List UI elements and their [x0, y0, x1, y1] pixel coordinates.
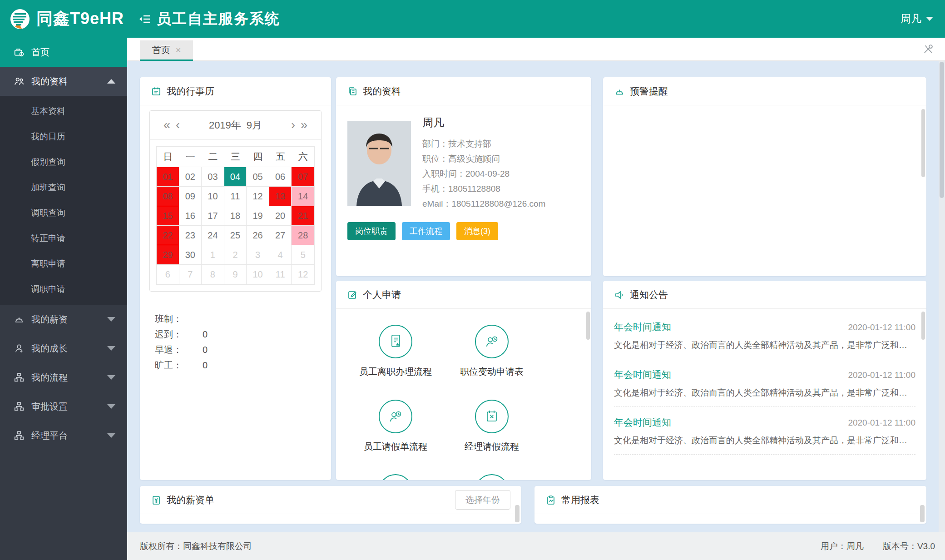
scrollbar-thumb[interactable] [921, 109, 925, 177]
sidebar-subitem[interactable]: 离职申请 [0, 251, 127, 277]
tab-home[interactable]: 首页 × [140, 40, 193, 61]
sidebar-item-approval-settings[interactable]: 审批设置 [0, 392, 127, 421]
calendar-day[interactable]: 21 [292, 206, 314, 226]
calendar-day[interactable]: 11 [224, 187, 247, 206]
calendar-day[interactable]: 25 [224, 226, 247, 245]
calendar-day[interactable]: 26 [247, 226, 269, 245]
calendar-day[interactable]: 14 [292, 187, 314, 206]
day-header: 五 [269, 147, 292, 167]
sidebar-item-label: 经理平台 [31, 430, 68, 442]
next-month-button[interactable]: › [288, 119, 298, 131]
notice-title-link[interactable]: 年会时间通知 [614, 321, 671, 333]
main-scrollbar[interactable] [939, 61, 945, 532]
notice-title-link[interactable]: 年会时间通知 [614, 368, 671, 381]
calendar-day[interactable]: 02 [179, 167, 202, 187]
calendar-day[interactable]: 16 [179, 206, 202, 226]
calendar-day[interactable]: 23 [179, 226, 202, 245]
calendar-day[interactable]: 10 [247, 265, 269, 284]
user-menu[interactable]: 周凡 [900, 12, 933, 26]
calendar-day[interactable]: 29 [157, 245, 179, 265]
calendar-day[interactable]: 1 [202, 245, 224, 265]
sidebar-subitem[interactable]: 假别查询 [0, 149, 127, 175]
calendar-day[interactable]: 07 [292, 167, 314, 187]
notice-title-link[interactable]: 年会时间通知 [614, 416, 671, 429]
calendar-year-month: 2019年9月 [183, 119, 288, 132]
field-value: 18051128808 [448, 184, 500, 193]
sidebar-item-manager-platform[interactable]: 经理平台 [0, 421, 127, 450]
close-icon[interactable]: × [176, 45, 181, 55]
prev-month-button[interactable]: ‹ [173, 119, 183, 131]
calendar-day[interactable]: 03 [202, 167, 224, 187]
sidebar-subitem[interactable]: 我的日历 [0, 124, 127, 149]
notice-list: 年会时间通知 2020-01-12 11:00 文化是相对于经济、政治而言的人类… [603, 309, 926, 455]
calendar-day[interactable]: 30 [179, 245, 202, 265]
calendar-day[interactable]: 27 [269, 226, 292, 245]
calendar-day[interactable]: 05 [247, 167, 269, 187]
calendar-day[interactable]: 15 [157, 206, 179, 226]
scrollbar-thumb[interactable] [920, 505, 925, 522]
notice-date: 2020-01-12 11:00 [848, 370, 915, 380]
calendar-day[interactable]: 22 [157, 226, 179, 245]
main-scrollbar-thumb[interactable] [940, 62, 944, 198]
calendar-day[interactable]: 09 [179, 187, 202, 206]
calendar-day[interactable]: 01 [157, 167, 179, 187]
apply-item-partial[interactable] [444, 474, 540, 480]
sidebar-subitem[interactable]: 调职申请 [0, 277, 127, 302]
apply-item-manager-leave[interactable]: 经理请假流程 [444, 400, 540, 453]
apply-item-resign-process[interactable]: 员工离职办理流程 [347, 325, 444, 378]
calendar-day[interactable]: 3 [247, 245, 269, 265]
apply-item-employee-leave[interactable]: 员工请假单流程 [347, 400, 444, 453]
stat-row: 班制： [155, 311, 322, 327]
calendar-day[interactable]: 2 [224, 245, 247, 265]
prev-year-button[interactable]: « [161, 119, 173, 131]
calendar-day[interactable]: 28 [292, 226, 314, 245]
profile-action-button[interactable]: 岗位职责 [347, 222, 396, 240]
next-year-button[interactable]: » [298, 119, 310, 131]
sidebar-item-my-profile[interactable]: 我的资料 [0, 67, 127, 96]
profile-action-button[interactable]: 工作流程 [402, 222, 450, 240]
documents-icon [347, 86, 358, 97]
sidebar-item-my-salary[interactable]: 我的薪资 [0, 305, 127, 334]
profile-field: 职位：高级实施顾问 [422, 151, 545, 166]
sidebar-subitem[interactable]: 调职查询 [0, 200, 127, 226]
calendar-day[interactable]: 13 [269, 187, 292, 206]
sidebar-subitem[interactable]: 基本资料 [0, 99, 127, 124]
calendar-day[interactable]: 11 [269, 265, 292, 284]
notice-item: 年会时间通知 2020-01-12 11:00 文化是相对于经济、政治而言的人类… [614, 407, 915, 455]
sidebar-subitem[interactable]: 加班查询 [0, 175, 127, 200]
alarm-icon [614, 86, 625, 97]
calendar-day[interactable]: 18 [224, 206, 247, 226]
apply-item-partial[interactable] [347, 474, 444, 480]
calendar-day[interactable]: 4 [269, 245, 292, 265]
calendar-day[interactable]: 17 [202, 206, 224, 226]
calendar-day[interactable]: 8 [202, 265, 224, 284]
calendar-day[interactable]: 7 [179, 265, 202, 284]
apply-item-position-change[interactable]: 职位变动申请表 [444, 325, 540, 378]
calendar-day[interactable]: 6 [157, 265, 179, 284]
calendar-day[interactable]: 19 [247, 206, 269, 226]
stat-value: 0 [203, 329, 208, 340]
calendar-day[interactable]: 08 [157, 187, 179, 206]
sidebar-item-home[interactable]: 首页 [0, 38, 127, 67]
select-year-button[interactable]: 选择年份 [455, 490, 510, 510]
profile-action-button[interactable]: 消息(3) [456, 222, 498, 240]
person-icon [14, 343, 25, 354]
calendar-day[interactable]: 12 [247, 187, 269, 206]
calendar-day[interactable]: 24 [202, 226, 224, 245]
menu-fold-icon[interactable] [139, 14, 151, 25]
sidebar-item-my-growth[interactable]: 我的成长 [0, 334, 127, 363]
scrollbar-thumb[interactable] [921, 312, 925, 340]
calendar-day[interactable]: 9 [224, 265, 247, 284]
calendar-day[interactable]: 20 [269, 206, 292, 226]
calendar-day[interactable]: 10 [202, 187, 224, 206]
calendar-day[interactable]: 12 [292, 265, 314, 284]
footer-version: 版本号：V3.0 [883, 540, 935, 552]
scrollbar-thumb[interactable] [515, 505, 520, 522]
calendar-day[interactable]: 04 [224, 167, 247, 187]
sidebar-subitem[interactable]: 转正申请 [0, 226, 127, 251]
calendar-day[interactable]: 06 [269, 167, 292, 187]
calendar-day[interactable]: 5 [292, 245, 314, 265]
tools-icon[interactable] [922, 43, 934, 55]
scrollbar-thumb[interactable] [586, 312, 590, 340]
sidebar-item-my-workflow[interactable]: 我的流程 [0, 363, 127, 392]
